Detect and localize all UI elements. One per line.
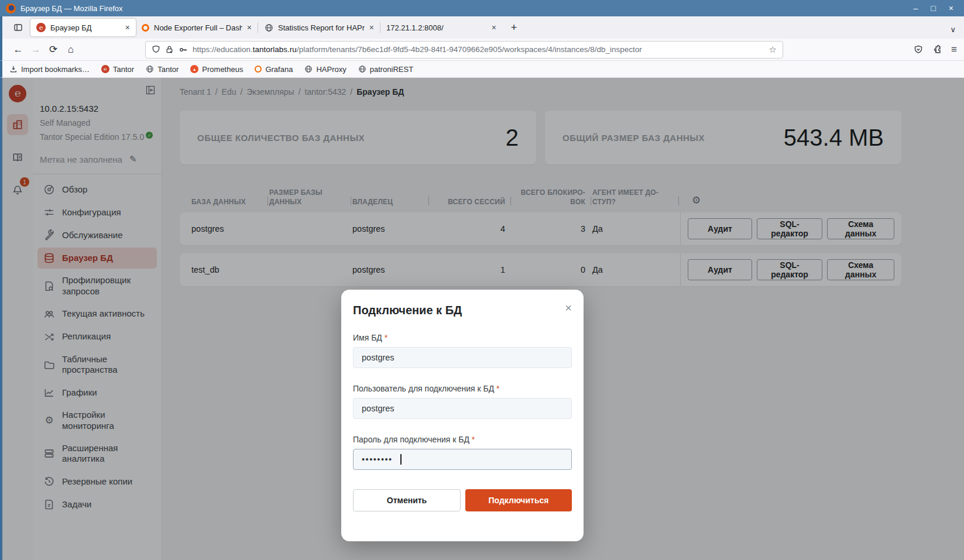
bookmark-label: Prometheus [202,65,243,74]
bookmark-import[interactable]: Import bookmarks… [9,65,90,74]
tab-bar: ℮ Браузер БД × Node Exporter Full – Dash… [0,16,964,39]
tab-label: Node Exporter Full – Dashbo [154,23,242,32]
field-label: Пользователь для подключения к БД * [353,384,572,393]
bookmark-label: Tantor [157,65,179,74]
import-icon [9,65,18,73]
lock-warning-icon[interactable] [165,45,174,54]
bookmark-patronirest[interactable]: patroniREST [358,65,413,74]
globe-favicon [358,65,366,73]
bookmark-grafana[interactable]: Grafana [255,65,293,74]
close-icon[interactable]: × [565,301,572,315]
tab-node-exporter[interactable]: Node Exporter Full – Dashbo × [136,19,258,36]
key-icon[interactable] [179,45,188,54]
field-label-text: Пароль для подключения к БД [353,435,469,444]
bookmark-label: Grafana [265,65,293,74]
bookmark-prometheus[interactable]: ▲ Prometheus [190,65,243,74]
bookmarks-bar: Import bookmarks… ℮ Tantor Tantor ▲ Prom… [0,61,964,78]
pocket-shield-icon[interactable] [914,45,923,54]
tantor-favicon: ℮ [101,65,109,73]
url-prefix: https://education. [193,45,253,54]
window-title: Браузер БД — Mozilla Firefox [20,4,123,13]
forward-button[interactable]: → [27,41,44,59]
required-asterisk: * [385,333,387,342]
required-asterisk: * [472,435,475,444]
window-titlebar: Браузер БД — Mozilla Firefox – □ × [0,0,964,16]
tab-label: Браузер БД [50,23,121,32]
grafana-favicon [142,24,149,32]
bookmark-haproxy[interactable]: HAProxy [304,65,346,74]
tab-db-browser[interactable]: ℮ Браузер БД × [30,19,136,36]
back-button[interactable]: ← [9,41,27,59]
navigation-toolbar: ← → ⟳ ⌂ https://education.tantorlabs.ru/… [0,39,964,61]
bookmark-label: Tantor [113,65,134,74]
firefox-window: Браузер БД — Mozilla Firefox – □ × ℮ Бра… [0,0,964,560]
bookmark-star-icon[interactable]: ☆ [769,44,777,55]
tab-haproxy-stats[interactable]: Statistics Report for HAProx × [258,19,380,36]
field-label-text: Пользователь для подключения к БД [353,384,494,393]
bookmark-label: Import bookmarks… [21,65,90,74]
connect-button[interactable]: Подключиться [465,489,572,511]
tab-close-icon[interactable]: × [247,23,252,32]
url-text: https://education.tantorlabs.ru/platform… [193,45,764,54]
tantor-favicon: ℮ [36,23,46,32]
text-caret [400,454,402,465]
url-path: /platform/tenants/7b6ec1df-9fd5-4b29-84f… [297,45,642,54]
cancel-button[interactable]: Отменить [353,489,461,511]
tab-label: Statistics Report for HAProx [278,23,365,32]
globe-favicon [264,23,273,32]
home-button[interactable]: ⌂ [62,41,80,59]
firefox-icon [6,4,16,13]
page-content: ℮ 1 10.0.2.15:5432 Self Managed Tantor S… [0,78,964,560]
field-db-user: Пользователь для подключения к БД * [353,384,572,419]
modal-actions: Отменить Подключиться [353,489,572,511]
field-label: Имя БД * [353,333,572,342]
shield-icon[interactable] [152,45,160,54]
required-asterisk: * [496,384,499,393]
bookmark-label: HAProxy [316,65,346,74]
url-domain: tantorlabs.ru [253,45,297,54]
db-name-input[interactable] [353,347,572,368]
db-user-input[interactable] [353,398,572,419]
list-all-tabs-icon[interactable]: ∨ [950,25,956,34]
tab-patroni[interactable]: 172.21.1.2:8008/ × [380,19,502,36]
db-connection-modal: Подключение к БД × Имя БД * Пользователь… [341,290,584,541]
bookmark-label: patroniREST [370,65,413,74]
new-tab-button[interactable]: + [506,19,522,36]
firefox-view-icon[interactable] [8,19,28,36]
field-db-name: Имя БД * [353,333,572,368]
window-close-button[interactable]: × [949,4,953,13]
globe-favicon [146,65,154,73]
tab-label: 172.21.1.2:8008/ [386,23,487,32]
tab-close-icon[interactable]: × [369,23,374,32]
reload-button[interactable]: ⟳ [44,41,62,59]
field-label-text: Имя БД [353,333,382,342]
bookmark-tantor-globe[interactable]: Tantor [146,65,179,74]
tab-close-icon[interactable]: × [125,23,130,32]
extensions-icon[interactable] [932,45,942,54]
window-maximize-button[interactable]: □ [931,4,935,13]
bookmark-tantor[interactable]: ℮ Tantor [101,65,134,74]
window-minimize-button[interactable]: – [914,4,918,13]
menu-icon[interactable]: ≡ [951,44,957,56]
prometheus-favicon: ▲ [190,65,198,73]
db-password-input[interactable] [353,449,572,470]
grafana-favicon [255,66,262,73]
modal-title: Подключение к БД [353,304,572,317]
tab-close-icon[interactable]: × [492,23,496,32]
field-label: Пароль для подключения к БД * [353,435,572,444]
field-db-password: Пароль для подключения к БД * [353,435,572,470]
globe-favicon [304,65,313,73]
url-bar[interactable]: https://education.tantorlabs.ru/platform… [145,41,783,59]
